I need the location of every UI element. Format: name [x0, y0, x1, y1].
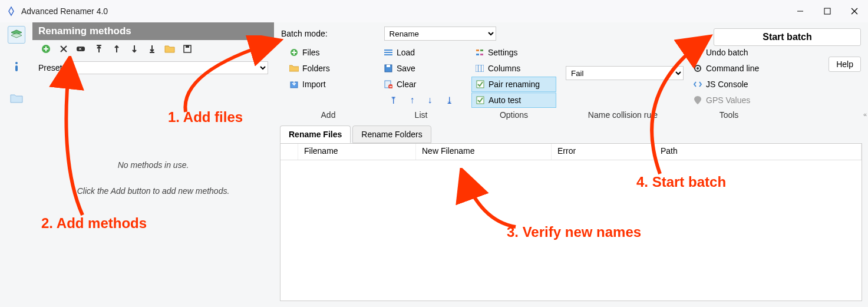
arrow-up-icon[interactable]: ↑	[410, 95, 415, 106]
methods-panel: Renaming methods Presets No methods in u…	[32, 22, 274, 307]
undo-icon	[693, 48, 702, 57]
no-methods-text: No methods in use.	[118, 160, 189, 170]
svg-rect-7	[15, 65, 18, 71]
sidebar-info-icon[interactable]	[8, 58, 25, 75]
arrow-top-icon[interactable]: ⤒	[390, 95, 397, 106]
maximize-button[interactable]	[814, 0, 841, 22]
clear-methods-icon[interactable]	[76, 44, 87, 54]
remove-method-icon[interactable]	[58, 44, 69, 54]
check-icon	[476, 95, 485, 105]
window-controls	[787, 0, 868, 22]
gps-values-button[interactable]: GPS Values	[689, 93, 768, 108]
left-sidebar	[0, 22, 32, 307]
titlebar: Advanced Renamer 4.0	[0, 0, 868, 22]
move-top-icon[interactable]	[94, 44, 104, 54]
svg-rect-38	[476, 54, 479, 55]
ribbon: Files Folders Import Load Save Clear ⤒ ↑…	[274, 42, 868, 108]
table-header: Filename New Filename Error Path	[280, 144, 862, 160]
list-icon	[384, 48, 393, 57]
collision-label: Name collision rule	[561, 108, 685, 122]
import-button[interactable]: Import	[286, 77, 371, 92]
import-icon	[289, 80, 299, 89]
arrow-bottom-icon[interactable]: ⤓	[445, 95, 453, 106]
plus-icon	[289, 48, 299, 57]
tab-rename-files[interactable]: Rename Files	[280, 126, 351, 143]
save-icon[interactable]	[182, 44, 193, 54]
check-icon	[476, 80, 485, 89]
presets-row: Presets	[32, 58, 274, 78]
tools-label: Tools	[685, 108, 773, 122]
col-error[interactable]: Error	[552, 144, 655, 160]
svg-rect-13	[77, 47, 85, 51]
start-batch-button[interactable]: Start batch	[714, 28, 861, 46]
add-method-icon[interactable]	[41, 44, 51, 54]
load-button[interactable]: Load	[380, 45, 462, 60]
help-button[interactable]: Help	[829, 57, 861, 72]
close-button[interactable]	[841, 0, 868, 22]
app-icon	[6, 6, 16, 16]
svg-marker-5	[11, 33, 22, 38]
clear-list-button[interactable]: Clear	[380, 77, 462, 92]
presets-select[interactable]	[72, 61, 268, 74]
svg-rect-36	[476, 49, 479, 51]
methods-hint-text: Click the Add button to add new methods.	[77, 186, 230, 196]
batch-mode-select[interactable]: Rename	[384, 27, 496, 41]
list-arrow-row: ⤒ ↑ ↓ ⤓	[380, 95, 462, 106]
columns-button[interactable]: Columns	[471, 61, 556, 76]
gear-icon	[693, 64, 702, 73]
tab-rename-folders[interactable]: Rename Folders	[352, 126, 431, 143]
col-newfilename[interactable]: New Filename	[416, 144, 552, 160]
js-console-button[interactable]: JS Console	[689, 77, 768, 92]
move-down-icon[interactable]	[129, 44, 140, 54]
batch-mode-label: Batch mode:	[281, 29, 328, 38]
code-icon	[693, 80, 702, 89]
move-bottom-icon[interactable]	[147, 44, 157, 54]
folder-icon	[289, 64, 299, 73]
diskette-icon	[384, 64, 393, 73]
methods-toolbar	[32, 40, 274, 58]
col-path[interactable]: Path	[655, 144, 862, 160]
ribbon-labels: Add List Options Name collision rule Too…	[274, 108, 868, 122]
add-label: Add	[281, 108, 375, 122]
arrow-down-icon[interactable]: ↓	[428, 95, 433, 106]
pair-renaming-toggle[interactable]: Pair renaming	[471, 77, 556, 92]
presets-label: Presets	[38, 63, 66, 72]
expand-chevron-icon[interactable]: «	[863, 111, 867, 118]
sidebar-layers-icon[interactable]	[8, 26, 25, 44]
svg-point-6	[15, 62, 18, 64]
svg-rect-40	[476, 65, 484, 72]
svg-rect-39	[480, 54, 483, 55]
list-label: List	[375, 108, 467, 122]
window-title: Advanced Renamer 4.0	[21, 6, 108, 16]
pin-icon	[693, 95, 702, 105]
clear-icon	[384, 80, 393, 89]
command-line-button[interactable]: Command line	[689, 61, 768, 76]
svg-point-46	[697, 67, 699, 70]
save-list-button[interactable]: Save	[380, 61, 462, 76]
auto-test-toggle[interactable]: Auto test	[471, 93, 556, 108]
move-up-icon[interactable]	[111, 44, 122, 54]
settings-icon	[475, 48, 484, 57]
col-checkbox[interactable]	[280, 144, 298, 160]
main-area: Start batch Help Batch mode: Rename File…	[274, 22, 868, 307]
settings-button[interactable]: Settings	[471, 45, 556, 60]
add-folders-button[interactable]: Folders	[286, 61, 371, 76]
open-folder-icon[interactable]	[164, 44, 175, 54]
tabs: Rename Files Rename Folders	[274, 126, 868, 143]
methods-body: No methods in use. Click the Add button …	[32, 78, 274, 307]
svg-rect-23	[186, 45, 189, 48]
options-label: Options	[467, 108, 561, 122]
add-files-button[interactable]: Files	[286, 45, 371, 60]
svg-rect-37	[480, 49, 483, 51]
sidebar-folder-icon[interactable]	[8, 90, 25, 107]
svg-rect-32	[387, 65, 390, 67]
columns-icon	[475, 64, 484, 73]
collision-select[interactable]: Fail	[566, 66, 684, 80]
file-table: Filename New Filename Error Path	[280, 143, 862, 301]
undo-batch-button[interactable]: Undo batch	[689, 45, 768, 60]
svg-rect-1	[824, 8, 830, 14]
minimize-button[interactable]	[787, 0, 814, 22]
col-filename[interactable]: Filename	[298, 144, 416, 160]
methods-header: Renaming methods	[32, 22, 274, 40]
